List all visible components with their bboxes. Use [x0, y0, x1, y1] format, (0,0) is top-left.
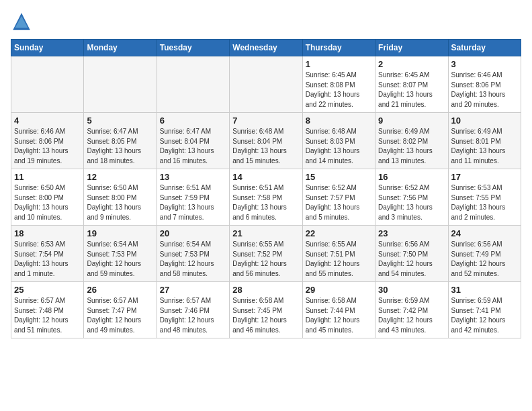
calendar-cell: 29Sunrise: 6:58 AM Sunset: 7:44 PM Dayli… [302, 282, 375, 338]
calendar-week-row: 25Sunrise: 6:57 AM Sunset: 7:48 PM Dayli… [11, 282, 521, 338]
calendar-cell: 31Sunrise: 6:59 AM Sunset: 7:41 PM Dayli… [448, 282, 521, 338]
calendar-cell [84, 56, 157, 113]
calendar-header-row: SundayMondayTuesdayWednesdayThursdayFrid… [11, 40, 521, 56]
day-info: Sunrise: 6:56 AM Sunset: 7:49 PM Dayligh… [451, 240, 518, 279]
day-number: 26 [87, 285, 153, 295]
day-info: Sunrise: 6:45 AM Sunset: 8:08 PM Dayligh… [306, 71, 372, 109]
day-info: Sunrise: 6:46 AM Sunset: 8:06 PM Dayligh… [14, 127, 81, 166]
day-info: Sunrise: 6:54 AM Sunset: 7:53 PM Dayligh… [87, 240, 153, 279]
calendar-week-row: 18Sunrise: 6:53 AM Sunset: 7:54 PM Dayli… [11, 226, 521, 282]
calendar-cell: 15Sunrise: 6:52 AM Sunset: 7:57 PM Dayli… [302, 169, 375, 226]
day-number: 20 [160, 228, 226, 238]
calendar-header-tuesday: Tuesday [157, 40, 229, 56]
day-info: Sunrise: 6:59 AM Sunset: 7:41 PM Dayligh… [451, 296, 518, 335]
day-number: 27 [160, 285, 226, 295]
calendar-cell: 27Sunrise: 6:57 AM Sunset: 7:46 PM Dayli… [157, 282, 229, 338]
day-info: Sunrise: 6:47 AM Sunset: 8:05 PM Dayligh… [87, 127, 153, 166]
day-info: Sunrise: 6:58 AM Sunset: 7:45 PM Dayligh… [232, 296, 299, 335]
calendar-cell: 12Sunrise: 6:50 AM Sunset: 8:00 PM Dayli… [84, 169, 157, 226]
calendar-cell: 23Sunrise: 6:56 AM Sunset: 7:50 PM Dayli… [375, 226, 448, 282]
calendar-cell: 8Sunrise: 6:48 AM Sunset: 8:03 PM Daylig… [302, 113, 375, 169]
day-number: 8 [306, 116, 372, 126]
calendar-cell: 21Sunrise: 6:55 AM Sunset: 7:52 PM Dayli… [230, 226, 302, 282]
day-info: Sunrise: 6:49 AM Sunset: 8:01 PM Dayligh… [451, 127, 518, 166]
day-number: 5 [87, 116, 153, 126]
calendar-cell: 9Sunrise: 6:49 AM Sunset: 8:02 PM Daylig… [375, 113, 448, 169]
day-info: Sunrise: 6:51 AM Sunset: 7:59 PM Dayligh… [160, 183, 226, 222]
calendar-cell [11, 56, 84, 113]
day-number: 28 [232, 285, 299, 295]
calendar-cell: 4Sunrise: 6:46 AM Sunset: 8:06 PM Daylig… [11, 113, 84, 169]
day-info: Sunrise: 6:50 AM Sunset: 8:00 PM Dayligh… [14, 183, 81, 222]
day-number: 30 [378, 285, 445, 295]
calendar-cell: 17Sunrise: 6:53 AM Sunset: 7:55 PM Dayli… [448, 169, 521, 226]
calendar-cell: 10Sunrise: 6:49 AM Sunset: 8:01 PM Dayli… [448, 113, 521, 169]
day-info: Sunrise: 6:57 AM Sunset: 7:48 PM Dayligh… [14, 296, 81, 335]
calendar-cell: 2Sunrise: 6:45 AM Sunset: 8:07 PM Daylig… [375, 56, 448, 113]
day-number: 23 [378, 228, 445, 238]
calendar-header-sunday: Sunday [11, 40, 84, 56]
day-info: Sunrise: 6:53 AM Sunset: 7:55 PM Dayligh… [451, 183, 518, 222]
day-info: Sunrise: 6:49 AM Sunset: 8:02 PM Dayligh… [378, 127, 445, 166]
day-number: 24 [451, 228, 518, 238]
calendar-header-saturday: Saturday [448, 40, 521, 56]
day-number: 17 [451, 172, 518, 182]
day-number: 31 [451, 285, 518, 295]
calendar-header-friday: Friday [375, 40, 448, 56]
day-info: Sunrise: 6:57 AM Sunset: 7:47 PM Dayligh… [87, 296, 153, 335]
day-number: 6 [160, 116, 226, 126]
logo-icon [11, 11, 32, 32]
day-number: 19 [87, 228, 153, 238]
day-info: Sunrise: 6:50 AM Sunset: 8:00 PM Dayligh… [87, 183, 153, 222]
calendar-cell: 25Sunrise: 6:57 AM Sunset: 7:48 PM Dayli… [11, 282, 84, 338]
calendar-cell: 6Sunrise: 6:47 AM Sunset: 8:04 PM Daylig… [157, 113, 229, 169]
header [11, 11, 521, 32]
calendar-cell: 13Sunrise: 6:51 AM Sunset: 7:59 PM Dayli… [157, 169, 229, 226]
calendar-cell: 16Sunrise: 6:52 AM Sunset: 7:56 PM Dayli… [375, 169, 448, 226]
day-info: Sunrise: 6:57 AM Sunset: 7:46 PM Dayligh… [160, 296, 226, 335]
calendar-header-monday: Monday [84, 40, 157, 56]
day-info: Sunrise: 6:52 AM Sunset: 7:57 PM Dayligh… [306, 183, 372, 222]
day-info: Sunrise: 6:48 AM Sunset: 8:03 PM Dayligh… [306, 127, 372, 166]
day-number: 18 [14, 228, 81, 238]
day-number: 14 [232, 172, 299, 182]
calendar-cell: 1Sunrise: 6:45 AM Sunset: 8:08 PM Daylig… [302, 56, 375, 113]
day-info: Sunrise: 6:59 AM Sunset: 7:42 PM Dayligh… [378, 296, 445, 335]
calendar-cell [157, 56, 229, 113]
day-number: 29 [306, 285, 372, 295]
day-info: Sunrise: 6:52 AM Sunset: 7:56 PM Dayligh… [378, 183, 445, 222]
day-number: 10 [451, 116, 518, 126]
day-number: 11 [14, 172, 81, 182]
calendar-week-row: 11Sunrise: 6:50 AM Sunset: 8:00 PM Dayli… [11, 169, 521, 226]
day-number: 21 [232, 228, 299, 238]
calendar-cell: 19Sunrise: 6:54 AM Sunset: 7:53 PM Dayli… [84, 226, 157, 282]
day-number: 12 [87, 172, 153, 182]
calendar-cell: 30Sunrise: 6:59 AM Sunset: 7:42 PM Dayli… [375, 282, 448, 338]
calendar-cell: 28Sunrise: 6:58 AM Sunset: 7:45 PM Dayli… [230, 282, 302, 338]
calendar-cell: 20Sunrise: 6:54 AM Sunset: 7:53 PM Dayli… [157, 226, 229, 282]
calendar-cell: 26Sunrise: 6:57 AM Sunset: 7:47 PM Dayli… [84, 282, 157, 338]
calendar-cell: 14Sunrise: 6:51 AM Sunset: 7:58 PM Dayli… [230, 169, 302, 226]
calendar: SundayMondayTuesdayWednesdayThursdayFrid… [11, 39, 521, 338]
day-info: Sunrise: 6:54 AM Sunset: 7:53 PM Dayligh… [160, 240, 226, 279]
day-info: Sunrise: 6:53 AM Sunset: 7:54 PM Dayligh… [14, 240, 81, 279]
day-info: Sunrise: 6:45 AM Sunset: 8:07 PM Dayligh… [378, 71, 445, 109]
day-number: 3 [451, 59, 518, 69]
calendar-cell: 5Sunrise: 6:47 AM Sunset: 8:05 PM Daylig… [84, 113, 157, 169]
day-number: 9 [378, 116, 445, 126]
day-info: Sunrise: 6:58 AM Sunset: 7:44 PM Dayligh… [306, 296, 372, 335]
logo [11, 11, 35, 32]
calendar-cell: 7Sunrise: 6:48 AM Sunset: 8:04 PM Daylig… [230, 113, 302, 169]
day-info: Sunrise: 6:55 AM Sunset: 7:52 PM Dayligh… [232, 240, 299, 279]
day-info: Sunrise: 6:46 AM Sunset: 8:06 PM Dayligh… [451, 71, 518, 109]
day-info: Sunrise: 6:47 AM Sunset: 8:04 PM Dayligh… [160, 127, 226, 166]
calendar-cell: 22Sunrise: 6:55 AM Sunset: 7:51 PM Dayli… [302, 226, 375, 282]
calendar-header-wednesday: Wednesday [230, 40, 302, 56]
day-number: 16 [378, 172, 445, 182]
calendar-cell: 3Sunrise: 6:46 AM Sunset: 8:06 PM Daylig… [448, 56, 521, 113]
calendar-week-row: 1Sunrise: 6:45 AM Sunset: 8:08 PM Daylig… [11, 56, 521, 113]
day-info: Sunrise: 6:48 AM Sunset: 8:04 PM Dayligh… [232, 127, 299, 166]
calendar-cell: 18Sunrise: 6:53 AM Sunset: 7:54 PM Dayli… [11, 226, 84, 282]
day-number: 15 [306, 172, 372, 182]
day-number: 1 [306, 59, 372, 69]
